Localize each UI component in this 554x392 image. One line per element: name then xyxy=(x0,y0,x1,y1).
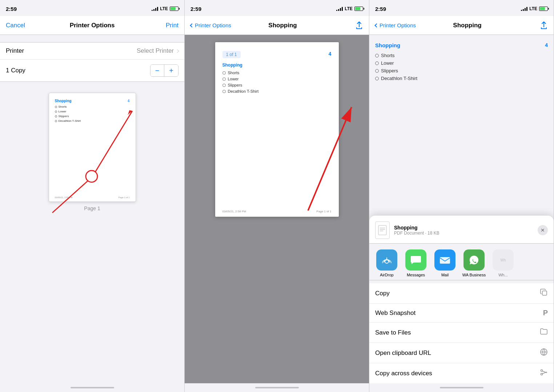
signal-icon-2 xyxy=(336,7,343,11)
stepper-plus-button[interactable]: + xyxy=(164,65,178,76)
status-time-2: 2:59 xyxy=(190,6,201,12)
printer-value: Select Printer xyxy=(137,47,178,55)
printer-label: Printer xyxy=(6,47,24,55)
home-indicator-2 xyxy=(185,383,369,392)
share-apps-row: AirDrop Messages Mail xyxy=(369,244,554,280)
print-button[interactable]: Print xyxy=(166,22,178,29)
doc-view-number: 4 xyxy=(545,42,548,48)
lte-label-2: LTE xyxy=(345,6,353,11)
share-doc-info: Shopping PDF Document · 18 KB xyxy=(394,225,533,236)
pdf-item-4: Decathlon T-Shirt xyxy=(222,89,332,93)
doc-shadow: Shopping 4 Shorts Lower Slippers Decathl… xyxy=(49,93,136,202)
panel-share-sheet: 2:59 LTE Printer Options Shopping xyxy=(369,0,554,392)
action-clipboard-url[interactable]: Open clipboard URL xyxy=(369,343,554,363)
share-actions-list: Copy Web Snapshot P Save to Files xyxy=(369,283,554,383)
action-save-files[interactable]: Save to Files xyxy=(369,323,554,343)
doc-circle-icon xyxy=(55,120,57,122)
nav-right-2 xyxy=(334,21,363,29)
signal-icon-1 xyxy=(152,7,158,11)
share-close-button[interactable]: ✕ xyxy=(538,225,548,235)
scissors-icon xyxy=(540,368,548,378)
share-doc-meta: PDF Document · 18 KB xyxy=(394,231,533,236)
status-bar-1: 2:59 LTE xyxy=(0,0,184,16)
partial-app-icon: Wh xyxy=(493,249,514,271)
messages-label: Messages xyxy=(407,273,425,277)
pdf-page: 1 of 1 4 Shopping Shorts Lower Slippers … xyxy=(215,42,339,217)
share-button-2[interactable] xyxy=(355,21,363,29)
doc-item-3: Slippers xyxy=(55,115,130,118)
copy-row: 1 Copy − + xyxy=(0,60,184,81)
wa-label: WA Business xyxy=(462,273,486,277)
home-bar-3 xyxy=(440,387,483,388)
home-bar-2 xyxy=(255,387,299,388)
printer-row[interactable]: Printer Select Printer xyxy=(0,43,184,60)
share-button-3[interactable] xyxy=(540,21,548,29)
action-copy-devices-label: Copy across devices xyxy=(375,370,432,377)
pdf-circle-icon xyxy=(222,84,226,87)
pdf-item-2: Lower xyxy=(222,77,332,81)
action-copy-devices[interactable]: Copy across devices xyxy=(369,363,554,383)
nav-title-3: Shopping xyxy=(453,22,481,29)
doc-preview-number: 4 xyxy=(128,99,130,103)
document-preview: Shopping 4 Shorts Lower Slippers Decathl… xyxy=(49,93,136,211)
web-snapshot-icon: P xyxy=(543,309,548,317)
doc-date-preview: 03/05/21, 2:58 PM xyxy=(55,196,73,199)
pdf-page-num: Page 1 of 1 xyxy=(317,210,332,213)
mail-label: Mail xyxy=(441,273,449,277)
action-copy-label: Copy xyxy=(375,290,390,297)
doc-view-circle-icon xyxy=(375,77,379,80)
share-app-partial: Wh Wh... xyxy=(489,249,518,277)
action-clipboard-url-label: Open clipboard URL xyxy=(375,349,431,357)
nav-left-3: Printer Options xyxy=(375,22,416,28)
doc-view-item-4: Decathlon T-Shirt xyxy=(375,76,548,81)
save-files-icon xyxy=(540,328,548,337)
action-copy[interactable]: Copy xyxy=(369,283,554,304)
doc-circle-icon xyxy=(55,115,57,117)
doc-view-item-3: Slippers xyxy=(375,68,548,73)
svg-rect-13 xyxy=(440,257,450,264)
share-doc-name: Shopping xyxy=(394,225,533,231)
status-icons-1: LTE xyxy=(152,6,178,11)
status-bar-3: 2:59 LTE xyxy=(369,0,554,16)
lte-label-3: LTE xyxy=(529,6,537,11)
pdf-view-content: 1 of 1 4 Shopping Shorts Lower Slippers … xyxy=(185,35,369,383)
doc-view-item-2: Lower xyxy=(375,60,548,66)
back-button-3[interactable]: Printer Options xyxy=(375,22,416,28)
pdf-title: Shopping xyxy=(222,63,332,68)
nav-bar-1: Cancel Printer Options Print xyxy=(0,16,184,35)
pdf-item-1: Shorts xyxy=(222,71,332,75)
mail-icon xyxy=(434,249,455,271)
copy-label: 1 Copy xyxy=(6,67,25,74)
svg-rect-14 xyxy=(542,291,547,295)
share-app-airdrop[interactable]: AirDrop xyxy=(372,249,401,277)
home-indicator-1 xyxy=(0,383,184,392)
nav-bar-2: Printer Options Shopping xyxy=(185,16,369,35)
share-app-messages[interactable]: Messages xyxy=(401,249,430,277)
pdf-page-number: 4 xyxy=(329,51,332,57)
share-app-wa[interactable]: WA Business xyxy=(459,249,489,277)
page-badge: 1 of 1 xyxy=(222,51,241,58)
svg-rect-8 xyxy=(378,225,386,235)
svg-point-17 xyxy=(541,373,543,375)
printer-options-content: Printer Select Printer 1 Copy − + Shoppi… xyxy=(0,35,184,383)
status-icons-3: LTE xyxy=(521,6,548,11)
share-app-mail[interactable]: Mail xyxy=(430,249,459,277)
back-button-2[interactable]: Printer Options xyxy=(190,22,231,28)
chevron-right-icon xyxy=(176,49,179,53)
doc-item-2: Lower xyxy=(55,110,130,113)
copy-stepper[interactable]: − + xyxy=(150,64,178,77)
pdf-circle-icon xyxy=(222,71,226,75)
action-web-snapshot-label: Web Snapshot xyxy=(375,309,416,317)
stepper-minus-button[interactable]: − xyxy=(150,65,164,76)
doc-view-circle-icon xyxy=(375,61,379,65)
globe-icon xyxy=(540,348,548,358)
cancel-button[interactable]: Cancel xyxy=(6,22,25,29)
airdrop-label: AirDrop xyxy=(380,273,393,277)
pdf-item-3: Slippers xyxy=(222,83,332,87)
nav-right-3 xyxy=(519,21,548,29)
action-web-snapshot[interactable]: Web Snapshot P xyxy=(369,304,554,323)
panel-printer-options: 2:59 LTE Cancel Printer Options Print Pr… xyxy=(0,0,185,392)
home-bar-1 xyxy=(71,387,114,388)
status-icons-2: LTE xyxy=(336,6,363,11)
messages-icon xyxy=(405,249,426,271)
